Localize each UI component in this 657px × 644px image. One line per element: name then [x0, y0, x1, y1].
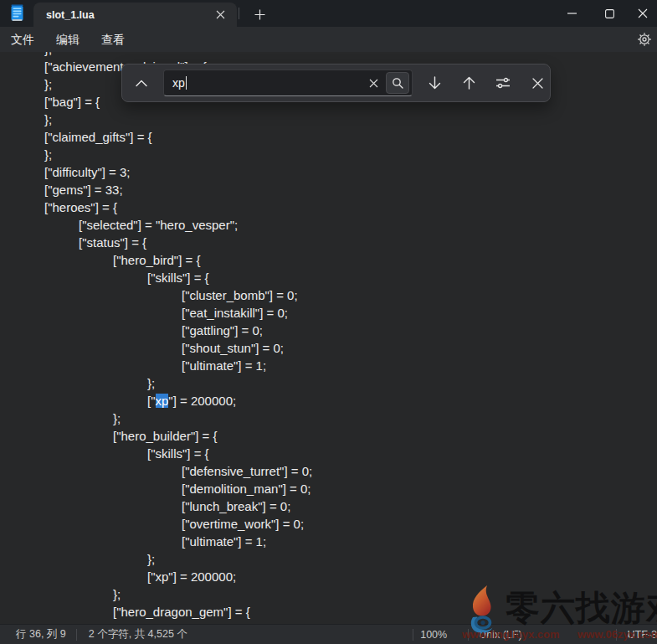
find-clear-button[interactable]: [363, 73, 383, 93]
notepad-icon: [9, 4, 25, 23]
maximize-icon: [605, 9, 614, 18]
code-line[interactable]: };: [0, 550, 657, 568]
find-query-text: xp: [172, 76, 185, 90]
arrow-down-icon: [429, 76, 441, 90]
find-close-button[interactable]: [525, 70, 550, 95]
code-line[interactable]: ["ultimate"] = 1;: [0, 357, 657, 374]
minimize-icon: [567, 13, 577, 14]
menu-item-edit[interactable]: 编辑: [45, 27, 90, 52]
code-line[interactable]: ["hero_bird"] = {: [0, 251, 657, 269]
code-line[interactable]: ["gattling"] = 0;: [0, 322, 657, 339]
tab-close-button[interactable]: [212, 7, 228, 23]
code-line[interactable]: ["status"] = {: [0, 234, 657, 251]
find-next-button[interactable]: [422, 70, 447, 95]
code-line[interactable]: ["heroes"] = {: [0, 198, 657, 216]
gear-icon: [637, 32, 652, 47]
find-bar: xp: [121, 64, 551, 102]
code-line[interactable]: };: [0, 374, 657, 392]
code-line[interactable]: };: [0, 52, 657, 58]
magnifier-icon: [392, 77, 403, 89]
tab-separator: [239, 8, 239, 19]
filter-sliders-icon: [495, 77, 511, 89]
code-line[interactable]: ["cluster_bomb"] = 0;: [0, 286, 657, 304]
code-line[interactable]: ["lunch_break"] = 0;: [0, 497, 657, 515]
code-line[interactable]: ["skills"] = {: [0, 445, 657, 462]
code-line[interactable]: };: [0, 146, 657, 163]
menu-item-file[interactable]: 文件: [0, 27, 45, 52]
zoom-level: 100%: [413, 629, 468, 641]
tab-slot-1-lua[interactable]: slot_1.lua: [33, 3, 237, 27]
code-line[interactable]: ["claimed_gifts"] = {: [0, 128, 657, 146]
code-line[interactable]: };: [0, 585, 657, 603]
code-line[interactable]: ["hero_dragon_gem"] = {: [0, 603, 657, 621]
text-caret: [186, 76, 187, 90]
code-line[interactable]: ["selected"] = "hero_vesper";: [0, 216, 657, 234]
close-window-button[interactable]: [629, 0, 657, 27]
code-line[interactable]: ["xp"] = 200000;: [0, 392, 657, 410]
code-line[interactable]: ["difficulty"] = 3;: [0, 163, 657, 181]
titlebar: slot_1.lua: [0, 0, 657, 27]
arrow-up-icon: [463, 76, 475, 90]
new-tab-button[interactable]: [248, 3, 271, 26]
code-line[interactable]: ["gems"] = 33;: [0, 181, 657, 198]
editor-surface[interactable]: };["achievements_claimed"] = {};["bag"] …: [0, 52, 657, 624]
tab-title: slot_1.lua: [46, 9, 95, 21]
close-icon: [532, 78, 543, 89]
search-match-highlight: xp: [156, 394, 169, 408]
code-line[interactable]: ["demolition_man"] = 0;: [0, 480, 657, 497]
cursor-position: 行 36, 列 9: [0, 627, 76, 641]
code-line[interactable]: ["xp"] = 200000;: [0, 568, 657, 585]
code-line[interactable]: ["defensive_turret"] = 0;: [0, 462, 657, 480]
find-previous-button[interactable]: [456, 70, 481, 95]
find-expand-toggle-button[interactable]: [129, 70, 154, 95]
close-icon: [369, 79, 378, 88]
window-controls: [553, 0, 657, 27]
close-icon: [638, 8, 648, 18]
find-search-button[interactable]: [386, 72, 409, 94]
menubar: 文件 编辑 查看: [0, 27, 657, 52]
code-line[interactable]: ["shout_stun"] = 0;: [0, 339, 657, 357]
close-icon: [216, 10, 225, 19]
plus-icon: [254, 9, 265, 20]
minimize-button[interactable]: [553, 0, 591, 27]
menu-item-view[interactable]: 查看: [90, 27, 136, 52]
character-count: 2 个字符, 共 4,525 个: [77, 627, 198, 641]
find-options-button[interactable]: [490, 70, 516, 95]
chevron-up-icon: [136, 80, 147, 87]
code-line[interactable]: ["ultimate"] = 1;: [0, 533, 657, 550]
app-icon-wrap: [0, 0, 33, 27]
code-line[interactable]: };: [0, 410, 657, 427]
encoding: UTF-8: [617, 629, 657, 641]
code-line[interactable]: ["eat_instakill"] = 0;: [0, 304, 657, 322]
code-line[interactable]: ["skills"] = {: [0, 269, 657, 286]
find-input[interactable]: xp: [163, 70, 413, 96]
code-line[interactable]: };: [0, 111, 657, 128]
statusbar: 行 36, 列 9 2 个字符, 共 4,525 个 100% Unix (LF…: [0, 624, 657, 644]
code-content: };["achievements_claimed"] = {};["bag"] …: [0, 52, 657, 621]
line-ending: Unix (LF): [469, 629, 615, 641]
code-line[interactable]: ["hero_builder"] = {: [0, 427, 657, 445]
maximize-button[interactable]: [591, 0, 629, 27]
code-line[interactable]: ["overtime_work"] = 0;: [0, 515, 657, 533]
settings-button[interactable]: [632, 28, 657, 51]
